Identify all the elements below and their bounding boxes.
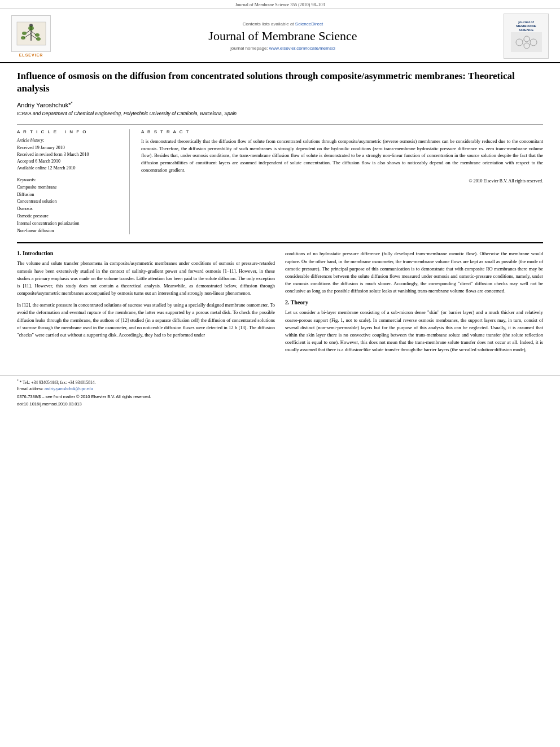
footnote-email-line: E-mail address: andriy.yaroshchuk@upc.ed… bbox=[17, 386, 543, 392]
author-affiliation: ICREA and Department of Chemical Enginee… bbox=[17, 111, 543, 116]
footnote-tel: * Tel.: +34 934054443; fax: +34 93401581… bbox=[20, 380, 96, 385]
email-link[interactable]: andriy.yaroshchuk@upc.edu bbox=[45, 386, 93, 391]
jms-logo-icon bbox=[511, 32, 542, 52]
elsevier-logo-area: ELSEVIER bbox=[11, 15, 68, 57]
journal-citation: Journal of Membrane Science 355 (2010) 9… bbox=[235, 2, 325, 7]
article-history-label: Article history: bbox=[17, 138, 121, 143]
issn-line: 0376-7388/$ – see front matter © 2010 El… bbox=[17, 394, 543, 399]
journal-homepage: journal homepage: www.elsevier.com/locat… bbox=[79, 46, 487, 51]
keyword-2: Diffusion bbox=[17, 191, 121, 199]
intro-para-2: In [12], the osmotic pressure in concent… bbox=[17, 302, 275, 339]
header-center: Contents lists available at ScienceDirec… bbox=[68, 21, 498, 51]
article-body: Influence of osmosis on the diffusion fr… bbox=[0, 63, 560, 369]
received-date: Received 19 January 2010 bbox=[17, 145, 121, 151]
email-label: E-mail address: bbox=[17, 386, 43, 391]
author-name: Andriy Yaroshchuk** bbox=[17, 101, 543, 108]
intro-section-title: 1. Introduction bbox=[17, 250, 275, 256]
sciencedirect-link[interactable]: ScienceDirect bbox=[295, 21, 323, 27]
header-right: journal ofMEMBRANESCIENCE bbox=[498, 14, 549, 59]
homepage-link[interactable]: www.elsevier.com/locate/memsci bbox=[269, 46, 335, 51]
article-info-col: A R T I C L E I N F O Article history: R… bbox=[17, 129, 130, 235]
right-column: conditions of no hydrostatic pressure di… bbox=[285, 250, 543, 358]
footnote-contact: * * Tel.: +34 934054443; fax: +34 934015… bbox=[17, 379, 543, 386]
keyword-3: Concentrated solution bbox=[17, 198, 121, 206]
right-para-1: conditions of no hydrostatic pressure di… bbox=[285, 250, 543, 295]
journal-header: ELSEVIER Contents lists available at Sci… bbox=[0, 9, 560, 63]
sciencedirect-line: Contents lists available at ScienceDirec… bbox=[79, 21, 487, 27]
article-info-section-label: A R T I C L E I N F O bbox=[17, 129, 121, 134]
left-column: 1. Introduction The volume and solute tr… bbox=[17, 250, 275, 358]
main-content: 1. Introduction The volume and solute tr… bbox=[17, 242, 543, 358]
elsevier-text: ELSEVIER bbox=[19, 53, 43, 57]
keywords-label: Keywords: bbox=[17, 177, 121, 182]
theory-para-1: Let us consider a bi-layer membrane cons… bbox=[285, 309, 543, 353]
elsevier-tree-icon bbox=[16, 21, 47, 46]
svg-point-11 bbox=[28, 26, 34, 30]
elsevier-logo-img bbox=[11, 15, 51, 52]
intro-para-1: The volume and solute transfer phenomena… bbox=[17, 260, 275, 297]
keyword-6: Internal concentration polarization bbox=[17, 220, 121, 228]
article-meta-section: A R T I C L E I N F O Article history: R… bbox=[17, 124, 543, 235]
available-online-date: Available online 12 March 2010 bbox=[17, 165, 121, 172]
elsevier-logo: ELSEVIER bbox=[11, 15, 51, 57]
copyright-line: © 2010 Elsevier B.V. All rights reserved… bbox=[141, 178, 543, 184]
article-footer: * * Tel.: +34 934054443; fax: +34 934015… bbox=[0, 375, 560, 412]
svg-point-10 bbox=[36, 37, 41, 41]
sciencedirect-label: Contents lists available at bbox=[243, 21, 294, 27]
jms-logo-text: journal ofMEMBRANESCIENCE bbox=[516, 20, 536, 32]
journal-title: Journal of Membrane Science bbox=[79, 29, 487, 43]
issn-text: 0376-7388/$ – see front matter © 2010 El… bbox=[17, 394, 151, 399]
accepted-date: Accepted 6 March 2010 bbox=[17, 158, 121, 165]
theory-section-title: 2. Theory bbox=[285, 299, 543, 305]
doi-text: doi:10.1016/j.memsci.2010.03.013 bbox=[17, 401, 82, 407]
page-container: Journal of Membrane Science 355 (2010) 9… bbox=[0, 0, 560, 747]
svg-point-7 bbox=[22, 32, 27, 35]
doi-line: doi:10.1016/j.memsci.2010.03.013 bbox=[17, 401, 543, 407]
keyword-7: Non-linear diffusion bbox=[17, 228, 121, 235]
keyword-5: Osmotic pressure bbox=[17, 213, 121, 220]
svg-point-8 bbox=[35, 33, 40, 37]
keyword-1: Composite membrane bbox=[17, 184, 121, 191]
top-bar: Journal of Membrane Science 355 (2010) 9… bbox=[0, 0, 560, 9]
received-revised-date: Received in revised form 3 March 2010 bbox=[17, 151, 121, 158]
homepage-label: journal homepage: bbox=[230, 46, 268, 51]
abstract-col: A B S T R A C T It is demonstrated theor… bbox=[141, 129, 543, 235]
abstract-section-label: A B S T R A C T bbox=[141, 129, 543, 134]
svg-point-9 bbox=[21, 36, 25, 40]
journal-logo-box: journal ofMEMBRANESCIENCE bbox=[504, 14, 549, 59]
keywords-section: Keywords: Composite membrane Diffusion C… bbox=[17, 177, 121, 235]
abstract-text: It is demonstrated theoretically that th… bbox=[141, 138, 543, 174]
article-title: Influence of osmosis on the diffusion fr… bbox=[17, 70, 543, 95]
svg-rect-12 bbox=[511, 32, 542, 52]
keyword-4: Osmosis bbox=[17, 206, 121, 213]
